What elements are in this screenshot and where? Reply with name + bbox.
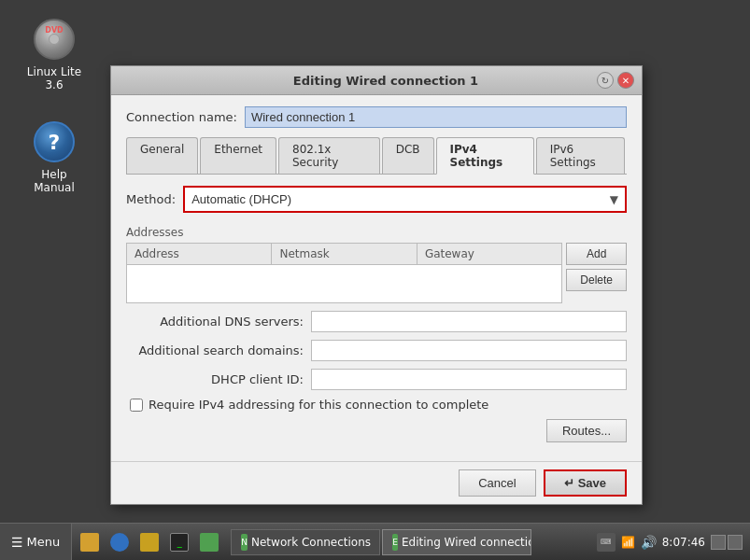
delete-address-button[interactable]: Delete: [566, 269, 627, 291]
dialog-footer: Cancel ↵Save: [111, 461, 642, 504]
search-row: Additional search domains:: [126, 340, 627, 361]
menu-label: Menu: [27, 535, 61, 549]
method-select[interactable]: Automatic (DHCP) Manual Link-Local Only …: [186, 189, 604, 210]
taskbar-network-status-icon: 📶: [621, 536, 635, 549]
dialog-close-button[interactable]: ✕: [617, 72, 634, 89]
taskbar-date-grid: [711, 535, 743, 550]
taskbar-right: ⌨ 📶 🔊 8:07:46: [589, 533, 750, 552]
tab-ethernet[interactable]: Ethernet: [200, 137, 276, 174]
dvd-icon-label: Linux Lite 3.6: [21, 65, 88, 91]
taskbar-keyboard-icon: ⌨: [597, 533, 616, 552]
taskbar-files-icon[interactable]: [76, 528, 104, 556]
dialog-controls: ↻ ✕: [597, 72, 634, 89]
taskbar-network-icon[interactable]: [195, 528, 223, 556]
app-network-icon: N: [241, 534, 248, 551]
addresses-label: Addresses: [126, 226, 627, 239]
routes-row: Routes...: [126, 419, 627, 442]
taskbar-menu-button[interactable]: Menu: [0, 524, 72, 560]
taskbar-quick-launch: _: [72, 528, 227, 556]
taskbar-app-network-connections[interactable]: N Network Connections: [231, 529, 380, 555]
addresses-table: Address Netmask Gateway: [126, 243, 562, 303]
tab-dcb[interactable]: DCB: [382, 137, 434, 174]
tab-ipv6[interactable]: IPv6 Settings: [536, 137, 625, 174]
require-ipv4-checkbox[interactable]: [130, 399, 143, 412]
addresses-header: Address Netmask Gateway: [127, 244, 561, 265]
dhcp-label: DHCP client ID:: [126, 372, 304, 386]
taskbar-terminal-icon[interactable]: _: [165, 528, 193, 556]
addresses-buttons: Add Delete: [566, 243, 627, 303]
dns-label: Additional DNS servers:: [126, 315, 304, 329]
connection-name-input[interactable]: [245, 106, 627, 128]
save-button[interactable]: ↵Save: [544, 469, 627, 497]
app-editing-label: Editing Wired connectio...: [402, 536, 531, 549]
tab-general[interactable]: General: [126, 137, 198, 174]
taskbar-clock: 8:07:46: [662, 536, 705, 549]
connection-name-row: Connection name:: [126, 106, 627, 128]
routes-button[interactable]: Routes...: [546, 419, 627, 442]
require-ipv4-label: Require IPv4 addressing for this connect…: [149, 398, 488, 412]
require-ipv4-row: Require IPv4 addressing for this connect…: [126, 398, 627, 412]
desktop-icon-help[interactable]: ? Help Manual: [17, 112, 92, 202]
connection-name-label: Connection name:: [126, 110, 237, 124]
addresses-grid: Address Netmask Gateway Add Delete: [126, 243, 627, 303]
addresses-section: Addresses Address Netmask Gateway Add De…: [126, 226, 627, 303]
help-icon: ?: [32, 119, 77, 164]
method-label: Method:: [126, 192, 176, 206]
desktop: DVD Linux Lite 3.6 ? Help Manual Editing…: [0, 0, 750, 523]
app-editing-icon: E: [392, 534, 398, 551]
method-row: Method: Automatic (DHCP) Manual Link-Loc…: [126, 186, 627, 213]
cancel-button[interactable]: Cancel: [459, 469, 535, 497]
dialog-titlebar: Editing Wired connection 1 ↻ ✕: [111, 66, 642, 95]
tab-8021x[interactable]: 802.1x Security: [278, 137, 380, 174]
add-address-button[interactable]: Add: [566, 243, 627, 265]
tab-ipv4[interactable]: IPv4 Settings: [436, 137, 534, 175]
dialog-editing-wired: Editing Wired connection 1 ↻ ✕ Connectio…: [110, 65, 643, 505]
save-label: Save: [578, 476, 606, 490]
netmask-col-header: Netmask: [272, 244, 417, 264]
tabs: General Ethernet 802.1x Security DCB IPv…: [126, 137, 627, 175]
taskbar-folder-icon[interactable]: [135, 528, 163, 556]
dialog-refresh-button[interactable]: ↻: [597, 72, 614, 89]
addresses-body: [127, 265, 561, 302]
dvd-icon: DVD: [32, 17, 77, 62]
save-icon: ↵: [564, 476, 574, 490]
taskbar-apps: N Network Connections E Editing Wired co…: [227, 529, 588, 555]
search-label: Additional search domains:: [126, 343, 304, 357]
gateway-col-header: Gateway: [417, 244, 561, 264]
taskbar: Menu _ N Network Connections E Editing W…: [0, 523, 750, 560]
address-col-header: Address: [127, 244, 272, 264]
dialog-title: Editing Wired connection 1: [175, 74, 597, 88]
dns-input[interactable]: [311, 311, 627, 332]
taskbar-volume-icon: 🔊: [641, 535, 657, 550]
taskbar-app-editing-wired[interactable]: E Editing Wired connectio...: [382, 529, 531, 555]
dhcp-row: DHCP client ID:: [126, 369, 627, 390]
method-select-wrapper: Automatic (DHCP) Manual Link-Local Only …: [183, 186, 627, 213]
dialog-body: Connection name: General Ethernet 802.1x…: [111, 95, 642, 461]
dns-row: Additional DNS servers:: [126, 311, 627, 332]
search-input[interactable]: [311, 340, 627, 361]
method-dropdown-arrow: ▼: [604, 193, 624, 206]
help-icon-label: Help Manual: [21, 168, 88, 194]
taskbar-browser-icon[interactable]: [106, 528, 134, 556]
dhcp-input[interactable]: [311, 369, 627, 390]
app-network-label: Network Connections: [251, 536, 371, 549]
desktop-icon-dvd[interactable]: DVD Linux Lite 3.6: [17, 9, 92, 99]
